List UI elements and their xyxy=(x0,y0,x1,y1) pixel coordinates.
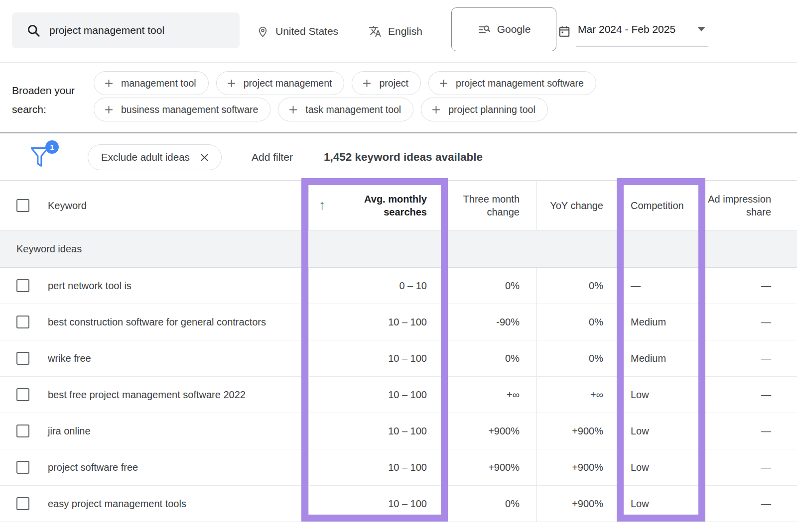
close-icon[interactable] xyxy=(200,153,209,162)
cell-keyword: easy project management tools xyxy=(48,486,308,522)
column-header-yoy-change[interactable]: YoY change xyxy=(536,181,622,230)
cell-three-month-change: +900% xyxy=(444,449,536,485)
broaden-chips-row-2: business management software task manage… xyxy=(94,98,548,121)
plus-icon xyxy=(104,105,114,115)
keyword-search-box[interactable] xyxy=(12,12,240,48)
table-row[interactable]: project software free 10 – 100 +900% +90… xyxy=(0,449,797,486)
cell-three-month-change: 0% xyxy=(444,268,536,304)
cell-competition: Medium xyxy=(622,340,704,376)
row-checkbox[interactable] xyxy=(16,316,29,328)
cell-yoy-change: +900% xyxy=(536,486,622,522)
row-checkbox[interactable] xyxy=(16,279,29,292)
plus-icon xyxy=(288,105,298,115)
date-range-selector[interactable]: Mar 2024 - Feb 2025 xyxy=(558,0,708,63)
cell-three-month-change: 0% xyxy=(444,486,536,522)
broaden-chip-project[interactable]: project xyxy=(352,71,421,95)
table-row[interactable]: pert network tool is 0 – 10 0% 0% — — xyxy=(0,268,797,304)
cell-yoy-change: +∞ xyxy=(536,377,622,413)
cell-avg-monthly-searches: 10 – 100 xyxy=(308,377,444,413)
cell-ad-impression-share: — xyxy=(704,304,797,340)
table-row[interactable]: jira online 10 – 100 +900% +900% Low — xyxy=(0,413,797,449)
keyword-ideas-section-row: Keyword ideas xyxy=(0,230,797,268)
plus-icon xyxy=(362,78,372,89)
calendar-icon xyxy=(558,25,571,38)
broaden-chip-management-tool[interactable]: management tool xyxy=(94,71,209,95)
filter-count-badge: 1 xyxy=(45,140,59,154)
cell-avg-monthly-searches: 10 – 100 xyxy=(308,340,444,376)
cell-three-month-change: -90% xyxy=(444,304,536,340)
column-header-keyword[interactable]: Keyword xyxy=(48,181,308,230)
filter-bar: 1 Exclude adult ideas Add filter 1,452 k… xyxy=(0,132,797,180)
language-label: English xyxy=(388,25,422,37)
broaden-chips-row-1: management tool project management proje… xyxy=(94,71,596,95)
search-input[interactable] xyxy=(49,24,228,36)
table-header-row: Keyword ↑ Avg. monthly searches Three mo… xyxy=(0,180,797,230)
cell-yoy-change: +900% xyxy=(536,413,622,449)
broaden-chip-project-management[interactable]: project management xyxy=(216,71,345,95)
cell-competition: Low xyxy=(622,377,704,413)
ideas-available-count: 1,452 keyword ideas available xyxy=(324,133,483,181)
cell-competition: Low xyxy=(622,449,704,485)
column-header-three-month-change[interactable]: Three month change xyxy=(444,181,536,230)
row-checkbox[interactable] xyxy=(16,461,29,474)
cell-keyword: project software free xyxy=(48,449,308,485)
cell-yoy-change: +900% xyxy=(536,449,622,485)
row-checkbox[interactable] xyxy=(16,497,29,510)
location-pin-icon xyxy=(257,25,269,38)
cell-avg-monthly-searches: 0 – 10 xyxy=(308,268,444,304)
table-row[interactable]: easy project management tools 10 – 100 0… xyxy=(0,486,797,522)
row-checkbox[interactable] xyxy=(16,352,29,365)
network-label: Google xyxy=(497,23,531,35)
broaden-chip-project-management-software[interactable]: project management software xyxy=(428,71,596,95)
search-icon xyxy=(27,24,40,37)
broaden-chip-project-planning-tool[interactable]: project planning tool xyxy=(421,98,548,121)
keyword-ideas-table: Keyword ↑ Avg. monthly searches Three mo… xyxy=(0,180,797,522)
filter-funnel-button[interactable]: 1 xyxy=(29,141,62,172)
cell-avg-monthly-searches: 10 – 100 xyxy=(308,449,444,485)
broaden-search-label: Broaden your search: xyxy=(12,81,87,119)
broaden-chip-business-management-software[interactable]: business management software xyxy=(94,98,270,121)
cell-yoy-change: 0% xyxy=(536,268,622,304)
search-network-icon xyxy=(477,23,491,36)
plus-icon xyxy=(438,78,449,89)
cell-ad-impression-share: — xyxy=(704,486,797,522)
top-bar: United States English Google Mar 2024 - … xyxy=(0,0,797,63)
broaden-chip-task-management-tool[interactable]: task management tool xyxy=(278,98,413,121)
exclude-chip-label: Exclude adult ideas xyxy=(101,151,190,163)
cell-avg-monthly-searches: 10 – 100 xyxy=(308,304,444,340)
cell-avg-monthly-searches: 10 – 100 xyxy=(308,413,444,449)
date-range-label: Mar 2024 - Feb 2025 xyxy=(578,23,675,35)
cell-ad-impression-share: — xyxy=(704,268,797,304)
cell-ad-impression-share: — xyxy=(704,449,797,485)
location-label: United States xyxy=(275,25,338,37)
cell-yoy-change: 0% xyxy=(536,340,622,376)
row-checkbox[interactable] xyxy=(16,388,29,401)
exclude-adult-ideas-chip[interactable]: Exclude adult ideas xyxy=(88,144,222,170)
location-selector[interactable]: United States xyxy=(257,0,338,63)
table-row[interactable]: best free project management software 20… xyxy=(0,377,797,413)
chevron-down-icon xyxy=(697,27,705,31)
add-filter-button[interactable]: Add filter xyxy=(252,133,293,181)
cell-yoy-change: 0% xyxy=(536,304,622,340)
cell-keyword: best construction software for general c… xyxy=(48,304,308,340)
network-selector-button[interactable]: Google xyxy=(451,7,556,51)
broaden-search-section: Broaden your search: management tool pro… xyxy=(0,63,797,132)
cell-competition: Low xyxy=(622,413,704,449)
cell-three-month-change: +∞ xyxy=(444,377,536,413)
plus-icon xyxy=(226,78,237,89)
row-checkbox[interactable] xyxy=(16,425,29,437)
plus-icon xyxy=(104,78,114,89)
cell-three-month-change: 0% xyxy=(444,340,536,376)
language-selector[interactable]: English xyxy=(369,0,422,63)
select-all-checkbox[interactable] xyxy=(16,199,29,212)
cell-ad-impression-share: — xyxy=(704,413,797,449)
plus-icon xyxy=(431,105,441,115)
column-header-competition[interactable]: Competition xyxy=(622,181,704,230)
cell-three-month-change: +900% xyxy=(444,413,536,449)
column-header-ad-impression-share[interactable]: Ad impression share xyxy=(704,181,797,230)
table-row[interactable]: best construction software for general c… xyxy=(0,304,797,340)
column-header-avg-monthly-searches[interactable]: ↑ Avg. monthly searches xyxy=(308,181,444,230)
table-row[interactable]: wrike free 10 – 100 0% 0% Medium — xyxy=(0,340,797,377)
cell-competition: Low xyxy=(622,486,704,522)
sort-ascending-icon: ↑ xyxy=(319,197,326,214)
